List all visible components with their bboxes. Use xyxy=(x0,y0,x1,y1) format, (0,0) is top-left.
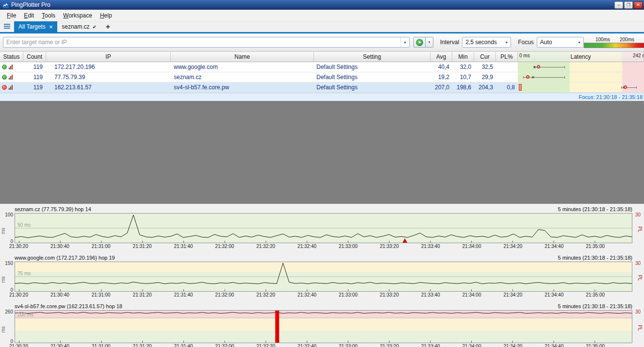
minimize-button[interactable]: – xyxy=(614,1,623,9)
count-cell: 119 xyxy=(23,72,46,82)
tab-close-icon[interactable]: ✕ xyxy=(49,24,53,30)
timeline-graph-corepw: sv4-sl-b57.fe.core.pw (162.213.61.57) ho… xyxy=(0,302,644,347)
focus-select[interactable]: Auto ▾ xyxy=(537,37,584,48)
cur-cell: 32,5 xyxy=(474,62,496,72)
y-axis-max: 150 xyxy=(0,261,13,266)
target-input[interactable] xyxy=(3,37,410,48)
setting-cell[interactable]: Default Settings xyxy=(314,83,430,92)
tab-menu-icon[interactable] xyxy=(4,24,10,30)
time-axis-label: 21:33:00 xyxy=(339,344,358,347)
start-trace-dropdown[interactable]: ▾ xyxy=(426,37,433,48)
start-trace-button[interactable]: ▶ xyxy=(413,37,426,48)
table-row-corepw[interactable]: 119 162.213.61.57 sv4-sl-b57.fe.core.pw … xyxy=(0,83,644,93)
table-row-google[interactable]: 119 172.217.20.196 www.google.com Defaul… xyxy=(0,62,644,72)
latency-timeline-plot[interactable]: 200 ms xyxy=(15,310,632,343)
status-down-icon xyxy=(2,85,7,90)
window-title: PingPlotter Pro xyxy=(11,1,50,8)
time-axis-label: 21:31:40 xyxy=(174,244,193,249)
focus-range-text: Focus: 21:30:18 - 21:35:18 xyxy=(579,94,643,100)
latency-cur-mark: × xyxy=(533,63,536,71)
gridline-label: 75 ms xyxy=(17,271,31,276)
menu-workspace[interactable]: Workspace xyxy=(59,11,96,20)
setting-cell[interactable]: Default Settings xyxy=(314,72,430,82)
latency-timeline-plot[interactable]: 75 ms xyxy=(15,262,632,292)
legend-100ms-label: 100ms xyxy=(595,37,610,42)
mini-graph-icon[interactable] xyxy=(9,85,13,90)
tab-all-targets[interactable]: All Targets ✕ xyxy=(14,21,57,32)
mini-graph-icon[interactable] xyxy=(9,65,13,69)
interval-label: Interval xyxy=(440,39,459,46)
time-axis-label: 21:31:00 xyxy=(92,344,111,347)
latency-minigraph[interactable]: × xyxy=(518,62,644,72)
close-button[interactable]: ✕ xyxy=(634,1,643,9)
header-pl[interactable]: PL% xyxy=(496,51,518,62)
name-cell[interactable]: www.google.com xyxy=(171,62,314,72)
header-count[interactable]: Count xyxy=(23,51,46,62)
pl-axis-max: 30 xyxy=(633,261,644,266)
header-cur[interactable]: Cur xyxy=(474,51,496,62)
header-name[interactable]: Name xyxy=(171,51,314,62)
latency-timeline-plot[interactable]: 50 ms xyxy=(15,213,632,243)
latency-axis-max: 242 ms xyxy=(633,53,644,58)
menu-file[interactable]: File xyxy=(3,11,20,20)
interval-select[interactable]: 2,5 seconds ▾ xyxy=(462,37,511,48)
time-axis-label: 21:34:00 xyxy=(462,244,481,249)
menu-tools[interactable]: Tools xyxy=(38,11,59,20)
header-min[interactable]: Min xyxy=(452,51,474,62)
new-tab-button[interactable]: + xyxy=(106,22,110,31)
focus-label: Focus xyxy=(518,39,534,46)
maximize-button[interactable]: ❐ xyxy=(624,1,633,9)
graph-title: seznam.cz (77.75.79.39) hop 14 xyxy=(15,206,91,212)
gridline-label: 200 ms xyxy=(17,312,33,317)
pl-cell xyxy=(496,62,518,72)
table-header-row: Status Count IP Name Setting Avg Min Cur… xyxy=(0,51,644,62)
mini-graph-icon[interactable] xyxy=(9,75,13,80)
pl-axis-max: 30 xyxy=(633,212,644,217)
time-axis-label: 21:32:20 xyxy=(256,292,275,297)
time-axis-label: 21:32:00 xyxy=(215,344,234,347)
latency-minigraph[interactable]: × xyxy=(518,83,644,92)
latency-cur-mark: × xyxy=(531,73,534,82)
ip-link[interactable]: 172.217.20.196 xyxy=(46,62,171,72)
menu-help[interactable]: Help xyxy=(96,11,116,20)
pl-cell xyxy=(496,72,518,82)
header-status[interactable]: Status xyxy=(0,51,23,62)
header-ip[interactable]: IP xyxy=(46,51,171,62)
setting-cell[interactable]: Default Settings xyxy=(314,62,430,72)
pingplotter-window: PingPlotter Pro – ❐ ✕ File Edit Tools Wo… xyxy=(0,0,644,347)
time-axis-label: 21:31:40 xyxy=(174,344,193,347)
workspace-empty-area xyxy=(0,101,644,204)
time-axis-label: 21:32:40 xyxy=(297,292,316,297)
min-cell: 32,0 xyxy=(452,62,474,72)
time-axis-label: 21:33:20 xyxy=(380,344,399,347)
header-avg[interactable]: Avg xyxy=(430,51,452,62)
menu-edit[interactable]: Edit xyxy=(20,11,38,20)
target-dropdown-icon[interactable]: ▾ xyxy=(400,37,409,47)
name-cell[interactable]: sv4-sl-b57.fe.core.pw xyxy=(171,83,314,92)
header-setting[interactable]: Setting xyxy=(314,51,430,62)
count-cell: 119 xyxy=(23,83,46,92)
cur-cell: 29,9 xyxy=(474,72,496,82)
tab-seznam[interactable]: seznam.cz ✔ xyxy=(57,21,101,32)
time-axis-label: 21:31:20 xyxy=(133,244,152,249)
time-axis-label: 21:31:00 xyxy=(92,292,111,297)
ip-link[interactable]: 162.213.61.57 xyxy=(46,83,171,92)
legend-200ms-label: 200ms xyxy=(620,37,634,42)
ip-link[interactable]: 77.75.79.39 xyxy=(46,72,171,82)
tab-seznam-label: seznam.cz xyxy=(62,23,89,30)
time-axis-label: 21:30:40 xyxy=(50,244,69,249)
name-cell[interactable]: seznam.cz xyxy=(171,72,314,82)
time-axis-label: 21:35:00 xyxy=(586,344,605,347)
time-axis-label: 21:31:40 xyxy=(174,292,193,297)
gridline-label: 50 ms xyxy=(17,222,31,228)
avg-cell: 207,0 xyxy=(430,83,452,92)
table-row-seznam[interactable]: 119 77.75.79.39 seznam.cz Default Settin… xyxy=(0,72,644,83)
title-bar[interactable]: PingPlotter Pro – ❐ ✕ xyxy=(0,0,644,10)
graph-title: sv4-sl-b57.fe.core.pw (162.213.61.57) ho… xyxy=(15,303,122,309)
header-latency[interactable]: 0 ms Latency 242 ms xyxy=(518,51,644,62)
latency-minigraph[interactable]: × xyxy=(518,72,644,82)
time-axis-label: 21:33:00 xyxy=(339,292,358,297)
time-axis-label: 21:34:20 xyxy=(503,292,522,297)
y-axis-max: 260 xyxy=(0,309,13,314)
y-axis-max: 100 xyxy=(0,212,13,217)
